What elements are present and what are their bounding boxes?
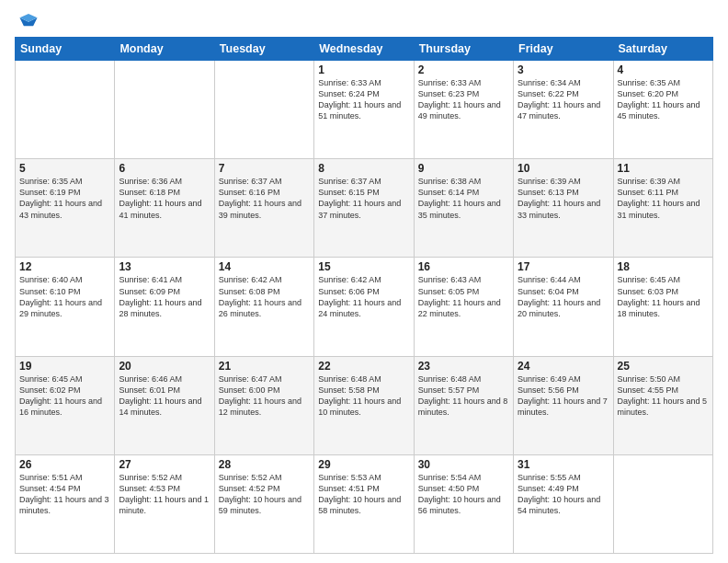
calendar-cell: 21Sunrise: 6:47 AMSunset: 6:00 PMDayligh… <box>214 356 313 454</box>
cell-info: Sunrise: 6:39 AMSunset: 6:11 PMDaylight:… <box>618 176 709 221</box>
calendar-cell: 22Sunrise: 6:48 AMSunset: 5:58 PMDayligh… <box>314 356 414 454</box>
calendar-cell: 30Sunrise: 5:54 AMSunset: 4:50 PMDayligh… <box>414 454 513 553</box>
calendar-cell <box>214 61 313 159</box>
cell-info: Sunrise: 6:48 AMSunset: 5:57 PMDaylight:… <box>418 373 509 419</box>
calendar-cell <box>115 61 214 159</box>
calendar-cell: 6Sunrise: 6:36 AMSunset: 6:18 PMDaylight… <box>115 159 214 258</box>
cell-info: Sunrise: 6:34 AMSunset: 6:22 PMDaylight:… <box>518 77 609 122</box>
day-number: 2 <box>418 63 509 76</box>
day-number: 21 <box>219 360 310 373</box>
cell-info: Sunrise: 6:33 AMSunset: 6:24 PMDaylight:… <box>318 77 409 122</box>
calendar-cell: 26Sunrise: 5:51 AMSunset: 4:54 PMDayligh… <box>16 454 115 553</box>
calendar-cell: 10Sunrise: 6:39 AMSunset: 6:13 PMDayligh… <box>514 159 613 258</box>
day-number: 6 <box>119 162 210 175</box>
cell-info: Sunrise: 6:41 AMSunset: 6:09 PMDaylight:… <box>119 274 210 319</box>
calendar-cell: 17Sunrise: 6:44 AMSunset: 6:04 PMDayligh… <box>514 258 613 356</box>
day-number: 4 <box>618 63 709 76</box>
cell-info: Sunrise: 6:46 AMSunset: 6:01 PMDaylight:… <box>119 373 210 419</box>
calendar-cell <box>613 454 712 553</box>
cell-info: Sunrise: 5:55 AMSunset: 4:49 PMDaylight:… <box>518 472 609 517</box>
week-row-0: 1Sunrise: 6:33 AMSunset: 6:24 PMDaylight… <box>16 61 713 159</box>
weekday-header-sunday: Sunday <box>16 38 115 61</box>
calendar-cell: 27Sunrise: 5:52 AMSunset: 4:53 PMDayligh… <box>115 454 214 553</box>
week-row-4: 26Sunrise: 5:51 AMSunset: 4:54 PMDayligh… <box>16 454 713 553</box>
logo <box>15 11 39 31</box>
day-number: 18 <box>618 260 709 273</box>
week-row-1: 5Sunrise: 6:35 AMSunset: 6:19 PMDaylight… <box>16 159 713 258</box>
cell-info: Sunrise: 6:37 AMSunset: 6:15 PMDaylight:… <box>318 176 409 221</box>
calendar-cell: 15Sunrise: 6:42 AMSunset: 6:06 PMDayligh… <box>314 258 414 356</box>
day-number: 31 <box>518 458 609 471</box>
cell-info: Sunrise: 6:42 AMSunset: 6:06 PMDaylight:… <box>318 274 409 319</box>
cell-info: Sunrise: 5:53 AMSunset: 4:51 PMDaylight:… <box>318 472 409 517</box>
calendar-cell: 18Sunrise: 6:45 AMSunset: 6:03 PMDayligh… <box>613 258 712 356</box>
calendar-cell: 4Sunrise: 6:35 AMSunset: 6:20 PMDaylight… <box>613 61 712 159</box>
calendar-cell: 1Sunrise: 6:33 AMSunset: 6:24 PMDaylight… <box>314 61 414 159</box>
calendar-cell <box>16 61 115 159</box>
cell-info: Sunrise: 6:35 AMSunset: 6:19 PMDaylight:… <box>19 176 110 221</box>
calendar-cell: 20Sunrise: 6:46 AMSunset: 6:01 PMDayligh… <box>115 356 214 454</box>
cell-info: Sunrise: 5:52 AMSunset: 4:52 PMDaylight:… <box>219 472 310 517</box>
calendar-cell: 9Sunrise: 6:38 AMSunset: 6:14 PMDaylight… <box>414 159 513 258</box>
calendar-cell: 16Sunrise: 6:43 AMSunset: 6:05 PMDayligh… <box>414 258 513 356</box>
day-number: 23 <box>418 360 509 373</box>
day-number: 16 <box>418 260 509 273</box>
cell-info: Sunrise: 6:39 AMSunset: 6:13 PMDaylight:… <box>518 176 609 221</box>
weekday-header-thursday: Thursday <box>414 38 513 61</box>
cell-info: Sunrise: 6:43 AMSunset: 6:05 PMDaylight:… <box>418 274 509 319</box>
calendar-cell: 31Sunrise: 5:55 AMSunset: 4:49 PMDayligh… <box>514 454 613 553</box>
cell-info: Sunrise: 6:42 AMSunset: 6:08 PMDaylight:… <box>219 274 310 319</box>
cell-info: Sunrise: 6:38 AMSunset: 6:14 PMDaylight:… <box>418 176 509 221</box>
day-number: 28 <box>219 458 310 471</box>
cell-info: Sunrise: 6:49 AMSunset: 5:56 PMDaylight:… <box>518 373 609 419</box>
weekday-header-tuesday: Tuesday <box>214 38 313 61</box>
calendar-cell: 23Sunrise: 6:48 AMSunset: 5:57 PMDayligh… <box>414 356 513 454</box>
day-number: 25 <box>618 360 709 373</box>
day-number: 26 <box>19 458 110 471</box>
calendar-cell: 2Sunrise: 6:33 AMSunset: 6:23 PMDaylight… <box>414 61 513 159</box>
day-number: 11 <box>618 162 709 175</box>
calendar-cell: 11Sunrise: 6:39 AMSunset: 6:11 PMDayligh… <box>613 159 712 258</box>
cell-info: Sunrise: 6:44 AMSunset: 6:04 PMDaylight:… <box>518 274 609 319</box>
day-number: 1 <box>318 63 409 76</box>
weekday-header-wednesday: Wednesday <box>314 38 414 61</box>
week-row-3: 19Sunrise: 6:45 AMSunset: 6:02 PMDayligh… <box>16 356 713 454</box>
day-number: 7 <box>219 162 310 175</box>
day-number: 13 <box>119 260 210 273</box>
weekday-header-row: SundayMondayTuesdayWednesdayThursdayFrid… <box>16 38 713 61</box>
calendar-table: SundayMondayTuesdayWednesdayThursdayFrid… <box>15 37 713 554</box>
weekday-header-monday: Monday <box>115 38 214 61</box>
day-number: 30 <box>418 458 509 471</box>
cell-info: Sunrise: 6:48 AMSunset: 5:58 PMDaylight:… <box>318 373 409 419</box>
calendar-cell: 3Sunrise: 6:34 AMSunset: 6:22 PMDaylight… <box>514 61 613 159</box>
calendar-cell: 7Sunrise: 6:37 AMSunset: 6:16 PMDaylight… <box>214 159 313 258</box>
day-number: 14 <box>219 260 310 273</box>
day-number: 3 <box>518 63 609 76</box>
calendar-cell: 29Sunrise: 5:53 AMSunset: 4:51 PMDayligh… <box>314 454 414 553</box>
calendar-cell: 8Sunrise: 6:37 AMSunset: 6:15 PMDaylight… <box>314 159 414 258</box>
calendar-cell: 28Sunrise: 5:52 AMSunset: 4:52 PMDayligh… <box>214 454 313 553</box>
cell-info: Sunrise: 6:33 AMSunset: 6:23 PMDaylight:… <box>418 77 509 122</box>
day-number: 8 <box>318 162 409 175</box>
day-number: 27 <box>119 458 210 471</box>
calendar-cell: 5Sunrise: 6:35 AMSunset: 6:19 PMDaylight… <box>16 159 115 258</box>
calendar-cell: 12Sunrise: 6:40 AMSunset: 6:10 PMDayligh… <box>16 258 115 356</box>
day-number: 24 <box>518 360 609 373</box>
calendar-cell: 19Sunrise: 6:45 AMSunset: 6:02 PMDayligh… <box>16 356 115 454</box>
cell-info: Sunrise: 6:45 AMSunset: 6:02 PMDaylight:… <box>19 373 110 419</box>
weekday-header-friday: Friday <box>514 38 613 61</box>
calendar-cell: 13Sunrise: 6:41 AMSunset: 6:09 PMDayligh… <box>115 258 214 356</box>
day-number: 10 <box>518 162 609 175</box>
cell-info: Sunrise: 6:35 AMSunset: 6:20 PMDaylight:… <box>618 77 709 122</box>
calendar-cell: 14Sunrise: 6:42 AMSunset: 6:08 PMDayligh… <box>214 258 313 356</box>
day-number: 22 <box>318 360 409 373</box>
cell-info: Sunrise: 6:45 AMSunset: 6:03 PMDaylight:… <box>618 274 709 319</box>
day-number: 19 <box>19 360 110 373</box>
cell-info: Sunrise: 6:40 AMSunset: 6:10 PMDaylight:… <box>19 274 110 319</box>
page: SundayMondayTuesdayWednesdayThursdayFrid… <box>0 0 728 563</box>
header <box>15 11 713 31</box>
calendar-cell: 25Sunrise: 5:50 AMSunset: 4:55 PMDayligh… <box>613 356 712 454</box>
day-number: 17 <box>518 260 609 273</box>
day-number: 5 <box>19 162 110 175</box>
day-number: 9 <box>418 162 509 175</box>
